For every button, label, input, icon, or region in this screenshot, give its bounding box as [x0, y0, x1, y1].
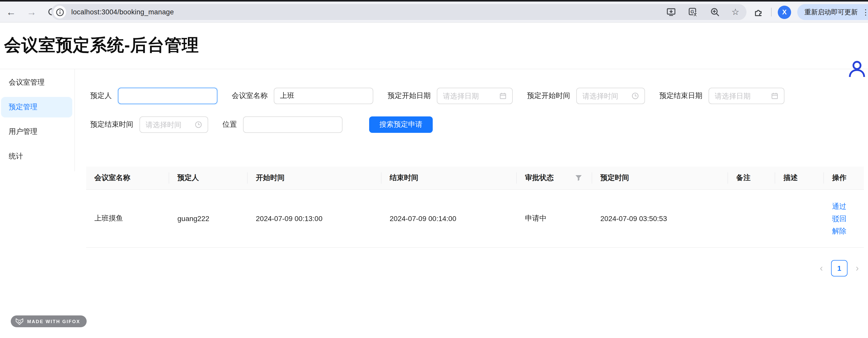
booker-input[interactable] — [118, 88, 217, 104]
pagination: ‹ 1 › — [86, 260, 864, 276]
page-1-button[interactable]: 1 — [831, 260, 847, 276]
column-header-actions[interactable]: 操作 — [824, 167, 864, 190]
column-header-end[interactable]: 结束时间 — [381, 167, 517, 190]
user-profile-icon[interactable] — [847, 60, 866, 79]
back-icon[interactable]: ← — [6, 7, 16, 17]
cell-status: 申请中 — [517, 190, 592, 248]
search-bookings-button[interactable]: 搜索预定申请 — [369, 116, 433, 133]
toolbar-separator — [771, 8, 772, 17]
end-date-picker[interactable] — [709, 88, 784, 104]
end-date-input[interactable] — [715, 92, 768, 100]
install-app-icon[interactable] — [666, 7, 676, 17]
sidebar: 会议室管理 预定管理 用户管理 统计 — [0, 69, 75, 171]
relaunch-update-button[interactable]: 重新启动即可更新 ⋮ — [797, 4, 868, 20]
column-header-note[interactable]: 备注 — [728, 167, 775, 190]
cell-start: 2024-07-09 00:13:00 — [248, 190, 381, 248]
calendar-icon — [771, 92, 778, 99]
column-header-room[interactable]: 会议室名称 — [86, 167, 169, 190]
column-header-description[interactable]: 描述 — [775, 167, 824, 190]
prev-page-icon[interactable]: ‹ — [820, 264, 823, 273]
calendar-icon — [499, 92, 506, 99]
address-bar[interactable]: localhost:3004/booking_manage G — [51, 4, 746, 20]
site-info-icon[interactable] — [53, 6, 66, 19]
column-header-start[interactable]: 开始时间 — [248, 167, 381, 190]
location-label: 位置 — [222, 120, 237, 129]
status-header-label: 审批状态 — [525, 173, 554, 183]
start-date-picker[interactable] — [437, 88, 513, 104]
start-date-input[interactable] — [443, 92, 496, 100]
cell-actions: 通过 驳回 解除 — [824, 190, 864, 248]
page-title: 会议室预定系统-后台管理 — [4, 34, 199, 57]
browser-profile-avatar[interactable]: X — [778, 5, 791, 19]
cell-description — [775, 190, 824, 248]
browser-menu-icon[interactable]: ⋮ — [862, 7, 868, 17]
end-date-label: 预定结束日期 — [659, 91, 703, 100]
end-time-label: 预定结束时间 — [90, 120, 133, 129]
sidebar-item-user-management[interactable]: 用户管理 — [1, 122, 72, 142]
sidebar-item-booking-management[interactable]: 预定管理 — [1, 97, 72, 118]
start-time-input[interactable] — [582, 92, 628, 100]
clock-icon — [632, 92, 639, 99]
table-header-row: 会议室名称 预定人 开始时间 结束时间 审批状态 — [86, 167, 864, 190]
bookmark-star-icon[interactable]: ☆ — [732, 8, 740, 17]
forward-icon[interactable]: → — [27, 7, 36, 17]
filter-icon[interactable] — [575, 175, 584, 181]
start-date-label: 预定开始日期 — [388, 91, 431, 100]
url-text[interactable]: localhost:3004/booking_manage — [71, 8, 174, 16]
search-filter-form: 预定人 会议室名称 预定开始日期 — [86, 69, 868, 133]
next-page-icon[interactable]: › — [856, 264, 859, 273]
column-header-booker[interactable]: 预定人 — [169, 167, 248, 190]
sidebar-item-statistics[interactable]: 统计 — [1, 146, 72, 167]
app-root: ← → localhost:3004/booking_manage — [0, 0, 868, 338]
cell-booked-at: 2024-07-09 03:50:53 — [592, 190, 728, 248]
gifox-label: MADE WITH GIFOX — [27, 319, 80, 324]
remove-link[interactable]: 解除 — [832, 225, 856, 237]
cell-note — [728, 190, 775, 248]
cell-end: 2024-07-09 00:14:00 — [381, 190, 517, 248]
cell-booker: guang222 — [169, 190, 248, 248]
table-row: 上班摸鱼 guang222 2024-07-09 00:13:00 2024-0… — [86, 190, 864, 248]
main-content: 预定人 会议室名称 预定开始日期 — [75, 69, 868, 276]
relaunch-update-label: 重新启动即可更新 — [804, 7, 858, 17]
column-header-status[interactable]: 审批状态 — [517, 167, 592, 190]
room-name-label: 会议室名称 — [232, 91, 268, 100]
bookings-table: 会议室名称 预定人 开始时间 结束时间 审批状态 — [86, 167, 864, 248]
sidebar-item-room-management[interactable]: 会议室管理 — [1, 72, 72, 93]
start-time-picker[interactable] — [576, 88, 645, 104]
column-header-booked-at[interactable]: 预定时间 — [592, 167, 728, 190]
made-with-gifox-badge: MADE WITH GIFOX — [11, 315, 86, 327]
room-name-input[interactable] — [274, 88, 373, 104]
page-header: 会议室预定系统-后台管理 — [0, 23, 868, 69]
translate-icon[interactable]: G — [688, 7, 698, 17]
approve-link[interactable]: 通过 — [832, 200, 856, 212]
zoom-icon[interactable] — [710, 7, 720, 17]
cell-room: 上班摸鱼 — [86, 190, 169, 248]
end-time-input[interactable] — [146, 121, 192, 129]
end-time-picker[interactable] — [140, 116, 208, 133]
location-input[interactable] — [243, 116, 342, 133]
extensions-icon[interactable] — [754, 7, 764, 17]
gifox-fox-icon — [16, 318, 24, 325]
start-time-label: 预定开始时间 — [527, 91, 570, 100]
booker-label: 预定人 — [90, 91, 112, 100]
browser-toolbar: ← → localhost:3004/booking_manage — [0, 2, 868, 23]
reject-link[interactable]: 驳回 — [832, 212, 856, 225]
clock-icon — [195, 121, 202, 128]
